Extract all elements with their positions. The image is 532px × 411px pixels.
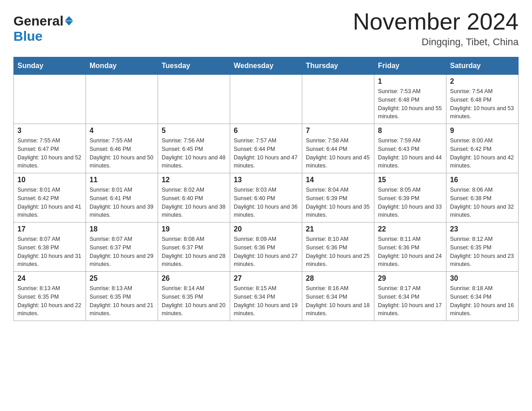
calendar-cell: 8Sunrise: 7:59 AMSunset: 6:43 PMDaylight… bbox=[374, 124, 446, 173]
day-number: 10 bbox=[17, 176, 82, 184]
day-number: 2 bbox=[450, 77, 515, 86]
calendar-cell: 2Sunrise: 7:54 AMSunset: 6:48 PMDaylight… bbox=[446, 75, 519, 124]
day-info: Sunrise: 7:57 AMSunset: 6:44 PMDaylight:… bbox=[234, 137, 298, 170]
calendar-cell: 5Sunrise: 7:56 AMSunset: 6:45 PMDaylight… bbox=[158, 124, 230, 173]
calendar-cell bbox=[230, 75, 302, 124]
day-info: Sunrise: 8:07 AMSunset: 6:38 PMDaylight:… bbox=[17, 235, 82, 269]
calendar-cell: 30Sunrise: 8:18 AMSunset: 6:34 PMDayligh… bbox=[446, 272, 519, 321]
day-info: Sunrise: 8:07 AMSunset: 6:37 PMDaylight:… bbox=[90, 235, 154, 269]
logo: General Blue bbox=[13, 13, 73, 44]
day-info: Sunrise: 8:01 AMSunset: 6:41 PMDaylight:… bbox=[90, 186, 154, 219]
month-title: November 2024 bbox=[353, 9, 519, 34]
day-info: Sunrise: 8:02 AMSunset: 6:40 PMDaylight:… bbox=[162, 186, 226, 219]
calendar-cell: 26Sunrise: 8:14 AMSunset: 6:35 PMDayligh… bbox=[158, 272, 230, 321]
calendar-cell: 15Sunrise: 8:05 AMSunset: 6:39 PMDayligh… bbox=[374, 173, 446, 223]
calendar-cell: 3Sunrise: 7:55 AMSunset: 6:47 PMDaylight… bbox=[14, 124, 86, 173]
calendar-cell: 21Sunrise: 8:10 AMSunset: 6:36 PMDayligh… bbox=[302, 223, 374, 272]
day-number: 14 bbox=[306, 176, 370, 184]
day-number: 18 bbox=[90, 225, 154, 233]
day-info: Sunrise: 8:14 AMSunset: 6:35 PMDaylight:… bbox=[162, 284, 226, 318]
calendar-cell: 1Sunrise: 7:53 AMSunset: 6:48 PMDaylight… bbox=[374, 75, 446, 124]
day-number: 4 bbox=[90, 127, 154, 135]
day-number: 26 bbox=[162, 274, 226, 283]
calendar-cell: 27Sunrise: 8:15 AMSunset: 6:34 PMDayligh… bbox=[230, 272, 302, 321]
day-info: Sunrise: 8:06 AMSunset: 6:38 PMDaylight:… bbox=[450, 186, 515, 219]
day-info: Sunrise: 8:08 AMSunset: 6:37 PMDaylight:… bbox=[162, 235, 226, 269]
day-number: 27 bbox=[234, 274, 298, 283]
day-info: Sunrise: 8:15 AMSunset: 6:34 PMDaylight:… bbox=[234, 284, 298, 318]
day-number: 11 bbox=[90, 176, 154, 184]
day-info: Sunrise: 8:16 AMSunset: 6:34 PMDaylight:… bbox=[306, 284, 370, 318]
calendar-header-thursday: Thursday bbox=[302, 57, 374, 75]
day-number: 7 bbox=[306, 127, 370, 135]
header: General Blue November 2024 Dingqing, Tib… bbox=[13, 9, 519, 48]
calendar-week-2: 3Sunrise: 7:55 AMSunset: 6:47 PMDaylight… bbox=[14, 124, 519, 173]
calendar-cell: 19Sunrise: 8:08 AMSunset: 6:37 PMDayligh… bbox=[158, 223, 230, 272]
day-info: Sunrise: 7:58 AMSunset: 6:44 PMDaylight:… bbox=[306, 137, 370, 170]
day-number: 25 bbox=[90, 274, 154, 283]
day-number: 23 bbox=[450, 225, 515, 233]
day-number: 22 bbox=[378, 225, 442, 233]
day-number: 6 bbox=[234, 127, 298, 135]
day-info: Sunrise: 8:00 AMSunset: 6:42 PMDaylight:… bbox=[450, 137, 515, 170]
day-info: Sunrise: 8:13 AMSunset: 6:35 PMDaylight:… bbox=[17, 284, 82, 318]
calendar-cell: 13Sunrise: 8:03 AMSunset: 6:40 PMDayligh… bbox=[230, 173, 302, 223]
day-info: Sunrise: 8:13 AMSunset: 6:35 PMDaylight:… bbox=[90, 284, 154, 318]
calendar-week-4: 17Sunrise: 8:07 AMSunset: 6:38 PMDayligh… bbox=[14, 223, 519, 272]
day-number: 13 bbox=[234, 176, 298, 184]
day-info: Sunrise: 8:01 AMSunset: 6:42 PMDaylight:… bbox=[17, 186, 82, 219]
day-info: Sunrise: 7:55 AMSunset: 6:46 PMDaylight:… bbox=[90, 137, 154, 170]
calendar-cell: 17Sunrise: 8:07 AMSunset: 6:38 PMDayligh… bbox=[14, 223, 86, 272]
day-info: Sunrise: 7:59 AMSunset: 6:43 PMDaylight:… bbox=[378, 137, 442, 170]
calendar-header-tuesday: Tuesday bbox=[158, 57, 230, 75]
calendar-week-5: 24Sunrise: 8:13 AMSunset: 6:35 PMDayligh… bbox=[14, 272, 519, 321]
calendar-cell: 20Sunrise: 8:09 AMSunset: 6:36 PMDayligh… bbox=[230, 223, 302, 272]
calendar-cell: 12Sunrise: 8:02 AMSunset: 6:40 PMDayligh… bbox=[158, 173, 230, 223]
calendar-cell: 11Sunrise: 8:01 AMSunset: 6:41 PMDayligh… bbox=[86, 173, 158, 223]
calendar-cell: 16Sunrise: 8:06 AMSunset: 6:38 PMDayligh… bbox=[446, 173, 519, 223]
calendar-cell: 23Sunrise: 8:12 AMSunset: 6:35 PMDayligh… bbox=[446, 223, 519, 272]
calendar-table: SundayMondayTuesdayWednesdayThursdayFrid… bbox=[13, 57, 519, 321]
day-info: Sunrise: 8:11 AMSunset: 6:36 PMDaylight:… bbox=[378, 235, 442, 269]
calendar-cell bbox=[14, 75, 86, 124]
day-number: 28 bbox=[306, 274, 370, 283]
calendar-cell bbox=[302, 75, 374, 124]
calendar-cell: 7Sunrise: 7:58 AMSunset: 6:44 PMDaylight… bbox=[302, 124, 374, 173]
calendar-header-saturday: Saturday bbox=[446, 57, 519, 75]
title-area: November 2024 Dingqing, Tibet, China bbox=[353, 9, 519, 48]
day-number: 1 bbox=[378, 77, 442, 86]
day-info: Sunrise: 8:18 AMSunset: 6:34 PMDaylight:… bbox=[450, 284, 515, 318]
day-number: 5 bbox=[162, 127, 226, 135]
day-info: Sunrise: 8:17 AMSunset: 6:34 PMDaylight:… bbox=[378, 284, 442, 318]
day-info: Sunrise: 8:04 AMSunset: 6:39 PMDaylight:… bbox=[306, 186, 370, 219]
logo-arrows-icon bbox=[65, 16, 73, 26]
day-info: Sunrise: 8:03 AMSunset: 6:40 PMDaylight:… bbox=[234, 186, 298, 219]
day-info: Sunrise: 8:10 AMSunset: 6:36 PMDaylight:… bbox=[306, 235, 370, 269]
day-number: 16 bbox=[450, 176, 515, 184]
day-number: 9 bbox=[450, 127, 515, 135]
calendar-cell: 24Sunrise: 8:13 AMSunset: 6:35 PMDayligh… bbox=[14, 272, 86, 321]
calendar-cell: 28Sunrise: 8:16 AMSunset: 6:34 PMDayligh… bbox=[302, 272, 374, 321]
calendar-cell: 22Sunrise: 8:11 AMSunset: 6:36 PMDayligh… bbox=[374, 223, 446, 272]
day-info: Sunrise: 7:54 AMSunset: 6:48 PMDaylight:… bbox=[450, 87, 515, 121]
calendar-cell bbox=[86, 75, 158, 124]
location-title: Dingqing, Tibet, China bbox=[353, 36, 519, 48]
day-number: 17 bbox=[17, 225, 82, 233]
day-info: Sunrise: 7:55 AMSunset: 6:47 PMDaylight:… bbox=[17, 137, 82, 170]
calendar-cell: 9Sunrise: 8:00 AMSunset: 6:42 PMDaylight… bbox=[446, 124, 519, 173]
calendar-cell: 25Sunrise: 8:13 AMSunset: 6:35 PMDayligh… bbox=[86, 272, 158, 321]
calendar-cell: 14Sunrise: 8:04 AMSunset: 6:39 PMDayligh… bbox=[302, 173, 374, 223]
day-info: Sunrise: 7:53 AMSunset: 6:48 PMDaylight:… bbox=[378, 87, 442, 121]
calendar-header-friday: Friday bbox=[374, 57, 446, 75]
calendar-cell: 6Sunrise: 7:57 AMSunset: 6:44 PMDaylight… bbox=[230, 124, 302, 173]
calendar-header-sunday: Sunday bbox=[14, 57, 86, 75]
logo-blue-text: Blue bbox=[13, 29, 43, 44]
day-number: 24 bbox=[17, 274, 82, 283]
calendar-header-monday: Monday bbox=[86, 57, 158, 75]
calendar-header-wednesday: Wednesday bbox=[230, 57, 302, 75]
calendar-cell bbox=[158, 75, 230, 124]
day-number: 12 bbox=[162, 176, 226, 184]
day-info: Sunrise: 8:12 AMSunset: 6:35 PMDaylight:… bbox=[450, 235, 515, 269]
day-number: 15 bbox=[378, 176, 442, 184]
calendar-week-1: 1Sunrise: 7:53 AMSunset: 6:48 PMDaylight… bbox=[14, 75, 519, 124]
